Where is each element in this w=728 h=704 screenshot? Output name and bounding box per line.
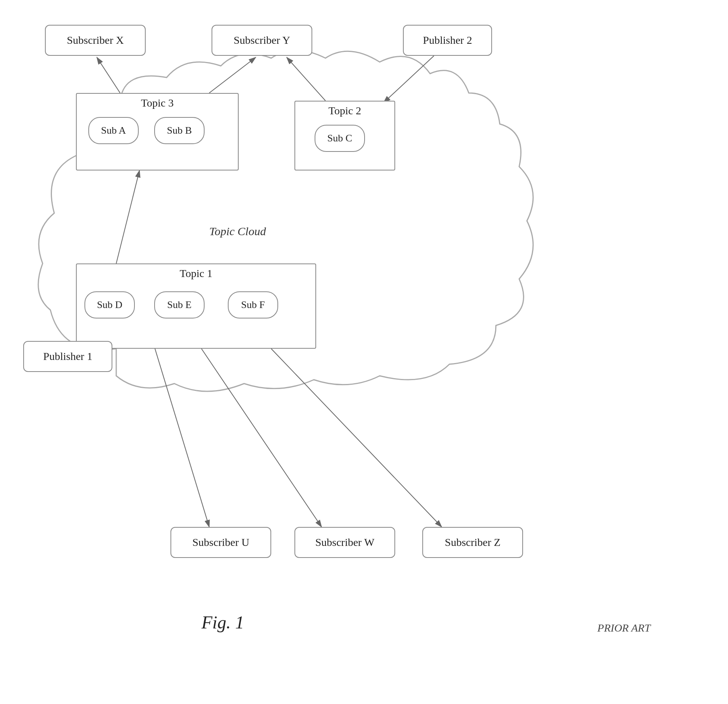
sub-b-label: Sub B	[167, 125, 192, 136]
publisher-2-box: Publisher 2	[403, 25, 492, 56]
sub-c-label: Sub C	[327, 133, 352, 144]
subscriber-z-box: Subscriber Z	[422, 527, 523, 558]
sub-e-pill: Sub E	[154, 291, 205, 318]
topic-2-box: Topic 2 Sub C	[294, 101, 395, 170]
svg-line-4	[97, 57, 120, 93]
svg-line-5	[209, 57, 256, 93]
publisher-1-label: Publisher 1	[43, 350, 93, 363]
subscriber-w-box: Subscriber W	[294, 527, 395, 558]
subscriber-u-label: Subscriber U	[193, 536, 250, 549]
subscriber-y-box: Subscriber Y	[212, 25, 312, 56]
subscriber-w-label: Subscriber W	[315, 536, 375, 549]
subscriber-y-label: Subscriber Y	[234, 34, 290, 46]
svg-line-9	[271, 349, 442, 527]
topic-2-label: Topic 2	[295, 105, 394, 117]
sub-a-pill: Sub A	[88, 117, 139, 144]
sub-d-label: Sub D	[97, 299, 122, 311]
diagram-container: Subscriber X Subscriber Y Publisher 2 To…	[0, 0, 728, 704]
topic-cloud-label: Topic Cloud	[209, 225, 266, 238]
svg-line-6	[287, 57, 325, 101]
subscriber-z-label: Subscriber Z	[445, 536, 501, 549]
svg-line-7	[155, 349, 209, 527]
topic-1-box: Topic 1 Sub D Sub E Sub F	[76, 263, 316, 349]
svg-line-8	[201, 349, 322, 527]
prior-art-label: PRIOR ART	[597, 622, 651, 634]
svg-line-3	[384, 56, 434, 103]
topic-3-label: Topic 3	[77, 97, 238, 109]
subscriber-x-label: Subscriber X	[67, 34, 124, 46]
publisher-2-label: Publisher 2	[423, 34, 472, 46]
subscriber-x-box: Subscriber X	[45, 25, 146, 56]
sub-b-pill: Sub B	[154, 117, 205, 144]
sub-c-pill: Sub C	[315, 125, 365, 152]
figure-label: Fig. 1	[201, 612, 244, 633]
sub-e-label: Sub E	[167, 299, 192, 311]
publisher-1-box: Publisher 1	[23, 341, 112, 372]
sub-f-pill: Sub F	[228, 291, 278, 318]
topic-1-label: Topic 1	[77, 267, 315, 280]
sub-a-label: Sub A	[101, 125, 126, 136]
subscriber-u-box: Subscriber U	[170, 527, 271, 558]
topic-3-box: Topic 3 Sub A Sub B	[76, 93, 239, 170]
sub-d-pill: Sub D	[84, 291, 135, 318]
sub-f-label: Sub F	[241, 299, 265, 311]
